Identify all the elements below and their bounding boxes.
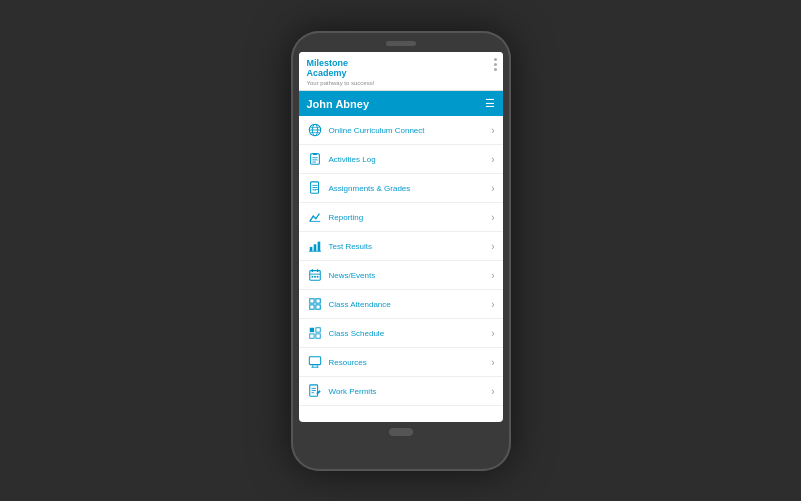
arrow-icon-4: › [491,241,494,252]
logo-tagline: Your pathway to success! [307,80,375,86]
menu-label-class-attendance: Class Attendance [329,300,391,309]
svg-rect-16 [313,244,316,251]
menu-item-test-results[interactable]: Test Results › [299,232,503,261]
arrow-icon-3: › [491,212,494,223]
arrow-icon-6: › [491,299,494,310]
svg-rect-5 [310,154,319,165]
svg-rect-28 [309,305,313,309]
svg-rect-19 [309,271,320,281]
chart-icon [307,209,323,225]
svg-rect-23 [311,276,313,278]
user-name: John Abney [307,98,370,110]
menu-label-test-results: Test Results [329,242,373,251]
arrow-icon-1: › [491,154,494,165]
arrow-icon-7: › [491,328,494,339]
dot1 [494,58,497,61]
grid2-icon [307,325,323,341]
doc-edit-icon [307,383,323,399]
svg-rect-17 [317,242,320,252]
svg-rect-26 [309,299,313,303]
svg-rect-33 [315,334,319,338]
globe-icon [307,122,323,138]
arrow-icon-9: › [491,386,494,397]
menu-label-online-curriculum: Online Curriculum Connect [329,126,425,135]
svg-rect-31 [315,328,319,332]
phone-home-button[interactable] [389,428,413,436]
svg-rect-32 [309,334,313,338]
menu-label-activities-log: Activities Log [329,155,376,164]
hamburger-icon[interactable]: ☰ [485,97,495,110]
phone-frame: Milestone Academy Your pathway to succes… [291,31,511,471]
document-icon [307,180,323,196]
header-dots-menu[interactable] [494,58,497,71]
menu-label-resources: Resources [329,358,367,367]
arrow-icon-2: › [491,183,494,194]
svg-rect-15 [309,247,312,251]
arrow-icon-0: › [491,125,494,136]
arrow-icon-5: › [491,270,494,281]
menu-item-assignments-grades[interactable]: Assignments & Grades › [299,174,503,203]
logo-line1: Milestone [307,58,349,68]
svg-rect-27 [315,299,319,303]
menu-label-news-events: News/Events [329,271,376,280]
phone-speaker [386,41,416,46]
svg-rect-24 [314,276,316,278]
bar-chart-icon [307,238,323,254]
grid-icon [307,296,323,312]
svg-rect-25 [316,276,318,278]
calendar-icon [307,267,323,283]
svg-rect-6 [312,153,316,155]
monitor-icon [307,354,323,370]
svg-rect-29 [315,305,319,309]
menu-item-activities-log[interactable]: Activities Log › [299,145,503,174]
logo-line2: Academy [307,68,347,78]
menu-item-work-permits[interactable]: Work Permits › [299,377,503,406]
menu-item-reporting[interactable]: Reporting › [299,203,503,232]
svg-rect-30 [309,328,313,332]
menu-item-online-curriculum[interactable]: Online Curriculum Connect › [299,116,503,145]
logo: Milestone Academy [307,58,375,80]
svg-rect-34 [309,357,320,365]
menu-item-resources[interactable]: Resources › [299,348,503,377]
app-header: Milestone Academy Your pathway to succes… [299,52,503,92]
menu-label-assignments-grades: Assignments & Grades [329,184,411,193]
dot3 [494,68,497,71]
arrow-icon-8: › [491,357,494,368]
menu-item-class-schedule[interactable]: Class Schedule › [299,319,503,348]
phone-screen: Milestone Academy Your pathway to succes… [299,52,503,422]
clipboard-icon [307,151,323,167]
menu-label-work-permits: Work Permits [329,387,377,396]
menu-list: Online Curriculum Connect › [299,116,503,421]
menu-item-class-attendance[interactable]: Class Attendance › [299,290,503,319]
menu-item-news-events[interactable]: News/Events › [299,261,503,290]
menu-label-class-schedule: Class Schedule [329,329,385,338]
menu-label-reporting: Reporting [329,213,364,222]
user-bar: John Abney ☰ [299,91,503,116]
dot2 [494,63,497,66]
